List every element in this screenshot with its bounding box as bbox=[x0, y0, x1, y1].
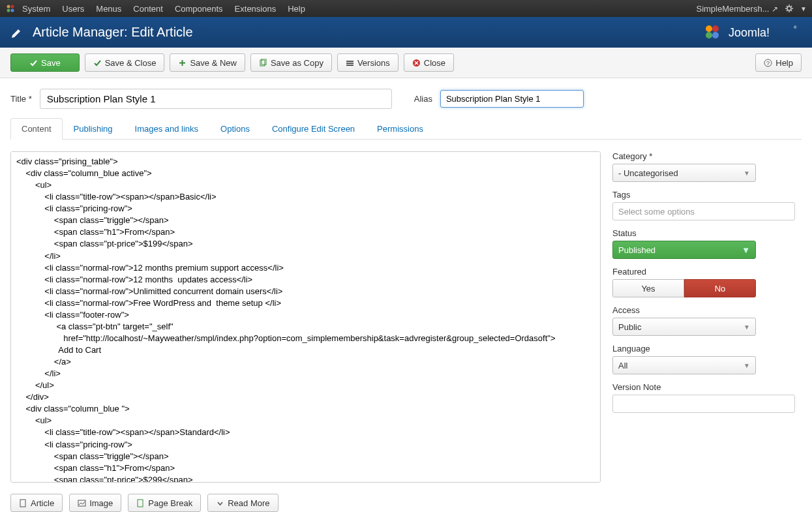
svg-rect-19 bbox=[20, 500, 25, 507]
save-close-button[interactable]: Save & Close bbox=[85, 53, 165, 72]
menu-users[interactable]: Users bbox=[62, 4, 84, 14]
editor-buttons: Article Image Page Break Read More bbox=[10, 494, 601, 512]
cancel-icon bbox=[412, 59, 421, 67]
caret-down-icon: ▼ bbox=[744, 324, 750, 331]
help-button[interactable]: ? Help bbox=[755, 53, 802, 72]
versions-icon bbox=[346, 59, 354, 67]
language-select[interactable]: All ▼ bbox=[612, 356, 756, 374]
svg-rect-13 bbox=[346, 61, 353, 62]
svg-point-5 bbox=[706, 25, 712, 32]
read-more-button[interactable]: Read More bbox=[207, 494, 278, 512]
status-label: Status bbox=[612, 228, 802, 238]
featured-label: Featured bbox=[612, 267, 802, 277]
svg-rect-15 bbox=[346, 65, 353, 66]
alias-label: Alias bbox=[414, 94, 432, 104]
svg-point-0 bbox=[7, 5, 10, 8]
top-menu-items: System Users Menus Content Components Ex… bbox=[22, 4, 305, 14]
category-select[interactable]: - Uncategorised ▼ bbox=[612, 164, 756, 182]
svg-point-1 bbox=[11, 5, 14, 8]
tabs: Content Publishing Images and links Opti… bbox=[10, 118, 802, 140]
page-header: Article Manager: Edit Article Joomla! ® bbox=[0, 17, 812, 48]
tab-configure-edit[interactable]: Configure Edit Screen bbox=[261, 118, 366, 139]
joomla-logo: Joomla! ® bbox=[704, 22, 802, 43]
menu-components[interactable]: Components bbox=[175, 4, 223, 14]
svg-point-3 bbox=[11, 9, 14, 12]
title-input[interactable] bbox=[40, 89, 392, 109]
version-note-input[interactable] bbox=[612, 395, 795, 413]
alias-input[interactable] bbox=[440, 90, 584, 108]
title-row: Title * Alias bbox=[10, 89, 802, 109]
tags-input[interactable]: Select some options bbox=[612, 202, 795, 220]
image-icon bbox=[78, 499, 86, 507]
copy-icon bbox=[259, 59, 267, 67]
sidebar: Category * - Uncategorised ▼ Tags Select… bbox=[612, 151, 802, 512]
svg-rect-21 bbox=[138, 500, 143, 507]
svg-rect-12 bbox=[262, 59, 266, 65]
versions-button[interactable]: Versions bbox=[337, 53, 398, 72]
svg-point-2 bbox=[7, 9, 10, 12]
article-content-editor[interactable] bbox=[10, 151, 601, 483]
toolbar: Save Save & Close Save & New Save as Cop… bbox=[0, 48, 812, 78]
save-copy-button[interactable]: Save as Copy bbox=[250, 53, 332, 72]
menu-extensions[interactable]: Extensions bbox=[235, 4, 277, 14]
menu-content[interactable]: Content bbox=[133, 4, 163, 14]
menu-system[interactable]: System bbox=[22, 4, 50, 14]
svg-text:?: ? bbox=[766, 60, 770, 67]
featured-toggle: Yes No bbox=[612, 279, 756, 297]
menu-menus[interactable]: Menus bbox=[96, 4, 121, 14]
access-select[interactable]: Public ▼ bbox=[612, 318, 756, 336]
plus-icon bbox=[178, 59, 187, 67]
tab-images-links[interactable]: Images and links bbox=[124, 118, 210, 139]
top-menu: System Users Menus Content Components Ex… bbox=[0, 0, 812, 17]
tab-publishing[interactable]: Publishing bbox=[63, 118, 124, 139]
page-break-button[interactable]: Page Break bbox=[128, 494, 201, 512]
file-icon bbox=[19, 499, 27, 507]
caret-down-icon: ▼ bbox=[744, 170, 750, 177]
settings-icon[interactable] bbox=[785, 4, 794, 13]
insert-image-button[interactable]: Image bbox=[69, 494, 121, 512]
tab-options[interactable]: Options bbox=[209, 118, 261, 139]
page-title: Article Manager: Edit Article bbox=[33, 25, 193, 40]
external-link-icon: ↗ bbox=[772, 5, 778, 14]
close-button[interactable]: Close bbox=[404, 53, 454, 72]
title-label: Title * bbox=[10, 94, 32, 104]
featured-no[interactable]: No bbox=[684, 279, 756, 297]
menu-help[interactable]: Help bbox=[288, 4, 305, 14]
status-select[interactable]: Published ▼ bbox=[612, 241, 756, 259]
svg-point-6 bbox=[712, 25, 719, 32]
joomla-small-icon bbox=[5, 3, 16, 14]
caret-down-icon: ▼ bbox=[742, 245, 750, 255]
language-label: Language bbox=[612, 344, 802, 354]
save-button[interactable]: Save bbox=[10, 53, 80, 72]
svg-point-8 bbox=[712, 32, 719, 38]
svg-text:Joomla!: Joomla! bbox=[729, 26, 770, 39]
caret-down-icon: ▼ bbox=[744, 362, 750, 369]
version-note-label: Version Note bbox=[612, 382, 802, 392]
check-icon bbox=[29, 59, 38, 67]
tab-permissions[interactable]: Permissions bbox=[366, 118, 434, 139]
access-label: Access bbox=[612, 305, 802, 315]
featured-yes[interactable]: Yes bbox=[612, 279, 684, 297]
question-icon: ? bbox=[764, 59, 772, 67]
tags-label: Tags bbox=[612, 190, 802, 200]
svg-rect-11 bbox=[260, 60, 265, 66]
svg-rect-14 bbox=[346, 63, 353, 64]
save-new-button[interactable]: Save & New bbox=[170, 53, 245, 72]
pencil-icon bbox=[10, 26, 23, 39]
site-link[interactable]: SimpleMembersh... ↗ bbox=[696, 4, 778, 14]
svg-point-4 bbox=[787, 7, 791, 10]
check-icon bbox=[93, 59, 102, 67]
pagebreak-icon bbox=[136, 499, 145, 507]
caret-down-icon: ▼ bbox=[800, 5, 807, 12]
svg-text:®: ® bbox=[794, 25, 797, 29]
svg-point-7 bbox=[706, 32, 712, 38]
tab-content[interactable]: Content bbox=[10, 118, 63, 140]
chevron-down-icon bbox=[216, 499, 224, 507]
insert-article-button[interactable]: Article bbox=[10, 494, 63, 512]
category-label: Category * bbox=[612, 151, 802, 161]
